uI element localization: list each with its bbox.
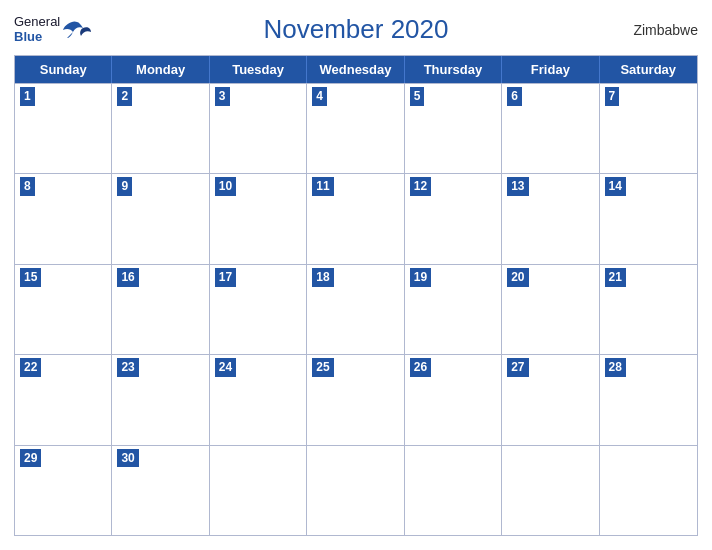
calendar-cell: 11 <box>307 174 404 263</box>
cell-date: 1 <box>20 87 35 106</box>
calendar-cell: 14 <box>600 174 697 263</box>
calendar-cell: 4 <box>307 84 404 173</box>
calendar-cell: 27 <box>502 355 599 444</box>
cell-date: 9 <box>117 177 132 196</box>
cell-date: 3 <box>215 87 230 106</box>
cell-date: 8 <box>20 177 35 196</box>
calendar-cell: 26 <box>405 355 502 444</box>
calendar-cell: 23 <box>112 355 209 444</box>
cell-date: 6 <box>507 87 522 106</box>
cell-date: 25 <box>312 358 333 377</box>
calendar-cell: 0 <box>600 446 697 535</box>
cell-date: 21 <box>605 268 626 287</box>
calendar-cell: 19 <box>405 265 502 354</box>
calendar-cell: 6 <box>502 84 599 173</box>
calendar-cell: 0 <box>502 446 599 535</box>
week-row-5: 293000000 <box>15 445 697 535</box>
calendar-cell: 5 <box>405 84 502 173</box>
calendar-cell: 0 <box>405 446 502 535</box>
calendar-cell: 20 <box>502 265 599 354</box>
calendar-header: General Blue November 2020 Zimbabwe <box>14 10 698 49</box>
cell-date: 15 <box>20 268 41 287</box>
calendar-cell: 9 <box>112 174 209 263</box>
cell-date: 7 <box>605 87 620 106</box>
cell-date: 27 <box>507 358 528 377</box>
cell-date: 2 <box>117 87 132 106</box>
cell-date: 11 <box>312 177 333 196</box>
cell-date: 29 <box>20 449 41 468</box>
calendar-cell: 7 <box>600 84 697 173</box>
calendar-title: November 2020 <box>264 14 449 45</box>
calendar-grid: SundayMondayTuesdayWednesdayThursdayFrid… <box>14 55 698 536</box>
calendar-cell: 0 <box>210 446 307 535</box>
cell-date: 18 <box>312 268 333 287</box>
cell-date: 14 <box>605 177 626 196</box>
calendar-cell: 10 <box>210 174 307 263</box>
day-name-wednesday: Wednesday <box>307 56 404 83</box>
calendar-cell: 12 <box>405 174 502 263</box>
cell-date: 28 <box>605 358 626 377</box>
logo-blue-text: Blue <box>14 30 42 44</box>
cell-date: 22 <box>20 358 41 377</box>
calendar-cell: 25 <box>307 355 404 444</box>
cell-date: 12 <box>410 177 431 196</box>
calendar: General Blue November 2020 Zimbabwe Sund… <box>0 0 712 550</box>
calendar-cell: 16 <box>112 265 209 354</box>
cell-date: 4 <box>312 87 327 106</box>
calendar-cell: 2 <box>112 84 209 173</box>
calendar-cell: 21 <box>600 265 697 354</box>
cell-date: 24 <box>215 358 236 377</box>
country-label: Zimbabwe <box>633 22 698 38</box>
calendar-cell: 1 <box>15 84 112 173</box>
calendar-cell: 28 <box>600 355 697 444</box>
calendar-weeks: 1234567891011121314151617181920212223242… <box>15 83 697 535</box>
week-row-3: 15161718192021 <box>15 264 697 354</box>
cell-date: 5 <box>410 87 425 106</box>
calendar-cell: 24 <box>210 355 307 444</box>
week-row-2: 891011121314 <box>15 173 697 263</box>
cell-date: 17 <box>215 268 236 287</box>
cell-date: 26 <box>410 358 431 377</box>
cell-date: 10 <box>215 177 236 196</box>
calendar-cell: 22 <box>15 355 112 444</box>
cell-date: 13 <box>507 177 528 196</box>
calendar-cell: 0 <box>307 446 404 535</box>
calendar-cell: 17 <box>210 265 307 354</box>
day-name-monday: Monday <box>112 56 209 83</box>
logo-general-text: General <box>14 15 60 29</box>
day-name-thursday: Thursday <box>405 56 502 83</box>
week-row-1: 1234567 <box>15 83 697 173</box>
day-name-friday: Friday <box>502 56 599 83</box>
cell-date: 16 <box>117 268 138 287</box>
calendar-cell: 15 <box>15 265 112 354</box>
day-name-tuesday: Tuesday <box>210 56 307 83</box>
calendar-cell: 18 <box>307 265 404 354</box>
calendar-cell: 30 <box>112 446 209 535</box>
days-header: SundayMondayTuesdayWednesdayThursdayFrid… <box>15 56 697 83</box>
cell-date: 30 <box>117 449 138 468</box>
calendar-cell: 29 <box>15 446 112 535</box>
calendar-cell: 3 <box>210 84 307 173</box>
day-name-saturday: Saturday <box>600 56 697 83</box>
day-name-sunday: Sunday <box>15 56 112 83</box>
calendar-cell: 8 <box>15 174 112 263</box>
logo-bird-icon <box>63 20 91 40</box>
cell-date: 23 <box>117 358 138 377</box>
calendar-cell: 13 <box>502 174 599 263</box>
cell-date: 20 <box>507 268 528 287</box>
week-row-4: 22232425262728 <box>15 354 697 444</box>
cell-date: 19 <box>410 268 431 287</box>
logo: General Blue <box>14 15 91 44</box>
